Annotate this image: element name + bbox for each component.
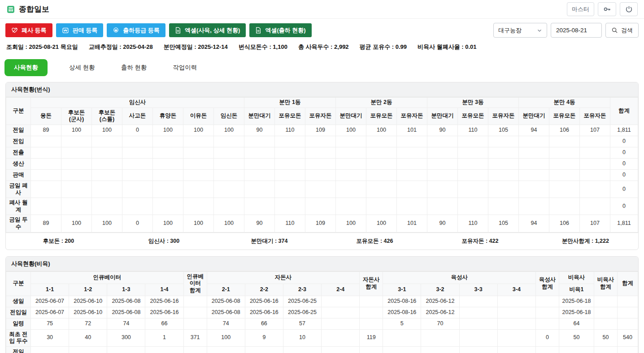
cell [122,169,153,181]
cell [458,181,488,198]
cell: 2025-06-12 [421,307,459,318]
date-input[interactable] [551,23,602,38]
column-group-header: 인큐베이터 합계 [183,271,207,296]
cell [31,346,69,353]
cell: 1,811 [610,215,638,232]
cell: 101 [397,125,427,136]
cell [305,198,336,215]
cell [305,147,336,158]
cell [153,158,183,169]
cell: 10 [283,329,321,346]
cell [458,169,488,181]
cell [421,346,459,353]
cell [183,169,214,181]
cell [458,198,488,215]
cell [519,169,549,181]
tab-breeding-status[interactable]: 사육현황 [4,59,48,76]
cell: 540 [618,329,638,346]
cell [153,136,183,147]
tab-detail-status[interactable]: 상세 현황 [65,60,100,76]
cell [92,136,122,147]
cell: 2025-06-10 [69,307,107,318]
cell [305,169,336,181]
cell [322,346,360,353]
group-total: 포유자돈 : 422 [427,237,533,245]
cell [31,158,61,169]
cell [488,198,519,215]
shipment-grade-register-button[interactable]: 출하등급 등록 [107,23,165,37]
cell: 9 [245,329,283,346]
search-button-label: 검색 [621,26,633,34]
heart-slash-icon [11,27,18,34]
cell [305,181,336,198]
master-button[interactable]: 마스터 [567,2,594,16]
cell [397,136,427,147]
cell: 75 [31,318,69,329]
cell [427,147,458,158]
cell [536,307,559,318]
cell [69,346,107,353]
cell [360,346,383,353]
cell [458,158,488,169]
toolbar: 폐사 등록 판매 등록 출하등급 등록 엑셀(사육, 상세 현황) 엑셀(출하 … [0,19,644,41]
cell [536,346,559,353]
search-icon [611,27,618,34]
cell [31,147,61,158]
cell [183,318,207,329]
cell [497,346,535,353]
cell [92,169,122,181]
group-total: 임신사 : 300 [111,237,217,245]
cell [122,136,153,147]
sale-register-button[interactable]: 판매 등록 [56,23,104,37]
info-mating-estimate-date: 교배추정일 : 2025-04-28 [89,43,153,51]
cell: 50 [559,329,594,346]
cell [107,346,145,353]
cell: 64 [559,318,594,329]
cell [594,318,618,329]
column-header: 3-4 [497,284,535,296]
tab-shipment-status[interactable]: 출하 현황 [117,60,152,76]
cell [92,147,122,158]
cell [214,181,244,198]
panel-title-breeding: 사육현황(번식) [6,82,638,97]
info-monthly-death-rate: 비육사 월폐사율 : 0.01 [418,43,476,51]
column-group-header: 임신사 [31,98,244,108]
cell [427,158,458,169]
cell [397,169,427,181]
cell: 2025-06-16 [245,296,283,307]
search-button[interactable]: 검색 [605,23,639,38]
excel-shipment-export-button[interactable]: 엑셀(출하 현황) [249,23,311,37]
cell [397,198,427,215]
row-label: 전일 [6,125,31,136]
button-label: 판매 등록 [73,26,98,34]
row-label: 전입일 [6,307,31,318]
cell [421,329,459,346]
cell [459,307,497,318]
power-button[interactable] [620,2,638,16]
column-group-header: 인큐베이터 [31,271,184,284]
cell [549,169,580,181]
column-group-header: 분만 1동 [244,98,336,108]
cell [336,181,366,198]
cell [427,198,458,215]
column-header: 휴양돈 [153,108,183,125]
death-register-button[interactable]: 폐사 등록 [5,23,52,37]
column-header: 포유자돈 [580,108,610,125]
cell: 101 [397,215,427,232]
cell [275,181,305,198]
button-label: 엑셀(사육, 상세 현황) [185,26,240,34]
excel-detail-export-button[interactable]: 엑셀(사육, 상세 현황) [169,23,246,37]
column-header: 2-2 [245,284,283,296]
cell [214,158,244,169]
cell [549,158,580,169]
column-header: 사고돈 [122,108,153,125]
cell [305,136,336,147]
cell [145,346,183,353]
cell [549,136,580,147]
cell: 74 [207,318,245,329]
tab-work-history[interactable]: 작업이력 [169,60,202,76]
power-icon [625,5,633,13]
farm-select[interactable]: 대구농장 [493,23,547,38]
key-button[interactable] [598,2,616,16]
cell: 94 [519,215,549,232]
